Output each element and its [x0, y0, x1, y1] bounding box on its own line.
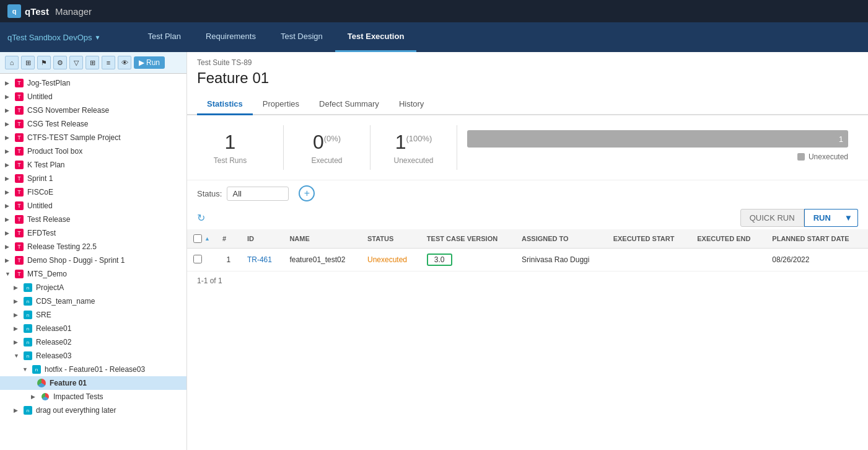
item-icon: n: [22, 405, 33, 415]
tab-history[interactable]: History: [389, 94, 434, 115]
status-filter-select[interactable]: All Passed Failed Unexecuted In Progress: [227, 187, 289, 201]
toggle-icon: ▶: [5, 257, 14, 263]
item-label: Release01: [36, 324, 71, 333]
sidebar-item-mts-demo[interactable]: ▼ T MTS_Demo: [0, 267, 186, 281]
select-all-checkbox[interactable]: [193, 234, 202, 243]
sidebar-item-test-release[interactable]: ▶ T Test Release: [0, 213, 186, 226]
sidebar-item-release-testing[interactable]: ▶ T Release Testing 22.5: [0, 240, 186, 254]
item-label: CTFS-TEST Sample Project: [27, 133, 120, 142]
sidebar-item-ctfs[interactable]: ▶ T CTFS-TEST Sample Project: [0, 131, 186, 144]
toggle-icon: ▶: [5, 189, 14, 195]
toggle-icon: ▶: [31, 394, 40, 400]
nav-tab-test-design[interactable]: Test Design: [268, 22, 335, 52]
refresh-icon[interactable]: ↻: [197, 213, 205, 223]
toggle-icon: ▶: [5, 107, 14, 113]
item-label: Feature 01: [50, 379, 87, 387]
item-label: SRE: [36, 311, 51, 319]
tab-statistics[interactable]: Statistics: [197, 94, 253, 115]
toolbar-excel-btn[interactable]: ⊞: [85, 56, 99, 69]
item-icon: T: [14, 92, 25, 102]
toggle-icon: ▼: [22, 366, 31, 373]
col-checkbox: ▲: [187, 229, 216, 249]
app-name: Manager: [55, 6, 92, 17]
col-num: #: [216, 229, 241, 249]
toggle-icon: ▼: [14, 353, 22, 359]
nav-tab-test-execution[interactable]: Test Execution: [335, 22, 417, 52]
item-icon: T: [14, 201, 25, 211]
sidebar-item-product-toolbox[interactable]: ▶ T Product Tool box: [0, 144, 186, 158]
tab-properties[interactable]: Properties: [253, 94, 309, 115]
stat-unexecuted-value: 1(100%): [390, 130, 437, 154]
sidebar-item-fiscoe[interactable]: ▶ T FISCoE: [0, 185, 186, 199]
sidebar-item-csg-test[interactable]: ▶ T CSG Test Release: [0, 117, 186, 131]
sidebar-item-cds[interactable]: ▶ n CDS_team_name: [0, 294, 186, 308]
project-selector[interactable]: qTest Sandbox DevOps ▼: [7, 33, 110, 42]
item-icon: n: [22, 337, 33, 347]
sidebar-item-impacted-tests[interactable]: ▶ Impacted Tests: [0, 390, 186, 404]
row-checkbox[interactable]: [193, 255, 202, 263]
status-filter-label: Status:: [197, 189, 222, 198]
toolbar-home-btn[interactable]: ⌂: [5, 56, 19, 69]
stat-test-runs: 1 Test Runs: [197, 125, 284, 170]
sidebar-tree: ▶ T Jog-TestPlan ▶ T Untitled ▶ T CSG No…: [0, 74, 186, 450]
sidebar: ⌂ ⊞ ⚑ ⚙ ▽ ⊞ ≡ 👁 ▶ ▶ Run Run ▶ T Jog-Test…: [0, 52, 187, 450]
sidebar-item-efdtest[interactable]: ▶ T EFDTest: [0, 226, 186, 240]
stat-executed-value: 0(0%): [304, 130, 350, 154]
nav-tab-test-plan[interactable]: Test Plan: [135, 22, 193, 52]
chart-bar-value: 1: [839, 135, 843, 144]
tab-defect-summary[interactable]: Defect Summary: [309, 94, 389, 115]
table-row: 1 TR-461 feature01_test02 Unexecuted 3.0…: [187, 249, 868, 271]
sidebar-item-sprint1[interactable]: ▶ T Sprint 1: [0, 172, 186, 185]
col-sort-icon: ▲: [204, 236, 210, 242]
breadcrumb: Test Suite TS-89: [187, 52, 868, 68]
toggle-icon: ▶: [14, 325, 22, 332]
run-button[interactable]: ▶ ▶ Run Run: [134, 56, 165, 69]
toolbar-grid-btn[interactable]: ⊞: [21, 56, 35, 69]
row-id: TR-461: [241, 249, 283, 271]
item-label: Untitled: [27, 92, 53, 101]
col-planned-start: PLANNED START DATE: [766, 229, 868, 249]
item-icon: [36, 378, 47, 388]
item-icon: T: [14, 174, 25, 183]
sidebar-item-drag-out[interactable]: ▶ n drag out everything later: [0, 404, 186, 417]
sidebar-item-hotfix[interactable]: ▼ n hotfix - Feature01 - Release03: [0, 363, 186, 376]
sidebar-item-csg-nov[interactable]: ▶ T CSG November Release: [0, 104, 186, 117]
main-layout: ⌂ ⊞ ⚑ ⚙ ▽ ⊞ ≡ 👁 ▶ ▶ Run Run ▶ T Jog-Test…: [0, 52, 868, 450]
sidebar-item-jog-testplan[interactable]: ▶ T Jog-TestPlan: [0, 76, 186, 90]
project-name: qTest Sandbox DevOps: [7, 33, 92, 42]
quick-run-button[interactable]: QUICK RUN: [740, 209, 804, 227]
sidebar-item-untitled-1[interactable]: ▶ T Untitled: [0, 90, 186, 104]
sidebar-item-feature01[interactable]: Feature 01: [0, 376, 186, 390]
test-runs-table: ▲ # ID NAME STATUS TEST CASE VERSION ASS…: [187, 229, 868, 271]
toggle-icon: ▶: [14, 407, 22, 413]
sidebar-item-release03[interactable]: ▼ n Release03: [0, 349, 186, 363]
row-id-link[interactable]: TR-461: [247, 255, 272, 264]
add-filter-button[interactable]: +: [299, 185, 315, 201]
toolbar-tools-btn[interactable]: ⚙: [53, 56, 67, 69]
run-dropdown-button[interactable]: ▼: [840, 209, 858, 227]
chart-legend-label: Unexecuted: [809, 152, 848, 161]
run-action-button[interactable]: RUN: [804, 209, 840, 227]
col-tcv: TEST CASE VERSION: [421, 229, 515, 249]
toggle-icon: ▶: [14, 298, 22, 304]
item-icon: T: [14, 187, 25, 197]
sidebar-item-k-test[interactable]: ▶ T K Test Plan: [0, 158, 186, 172]
sidebar-item-sre[interactable]: ▶ n SRE: [0, 308, 186, 322]
tab-bar: Statistics Properties Defect Summary His…: [187, 94, 868, 115]
row-num: 1: [216, 249, 241, 271]
sidebar-toolbar: ⌂ ⊞ ⚑ ⚙ ▽ ⊞ ≡ 👁 ▶ ▶ Run Run: [0, 52, 186, 74]
sidebar-item-release01[interactable]: ▶ n Release01: [0, 322, 186, 335]
item-label: Release03: [36, 351, 71, 360]
toolbar-filter-btn[interactable]: ▽: [69, 56, 83, 69]
item-label: K Test Plan: [27, 161, 64, 169]
sidebar-item-release02[interactable]: ▶ n Release02: [0, 335, 186, 349]
sidebar-item-demo-shop[interactable]: ▶ T Demo Shop - Duggi - Sprint 1: [0, 254, 186, 267]
toolbar-columns-btn[interactable]: ≡: [102, 56, 115, 69]
nav-tab-requirements[interactable]: Requirements: [193, 22, 268, 52]
sidebar-item-projecta[interactable]: ▶ n ProjectA: [0, 281, 186, 294]
sidebar-item-untitled-2[interactable]: ▶ T Untitled: [0, 199, 186, 213]
toolbar-flag-btn[interactable]: ⚑: [37, 56, 51, 69]
toolbar-eye-btn[interactable]: 👁: [118, 56, 131, 69]
item-label: Untitled: [27, 201, 53, 210]
statistics-section: 1 Test Runs 0(0%) Executed 1(100%) Unexe…: [187, 115, 868, 180]
